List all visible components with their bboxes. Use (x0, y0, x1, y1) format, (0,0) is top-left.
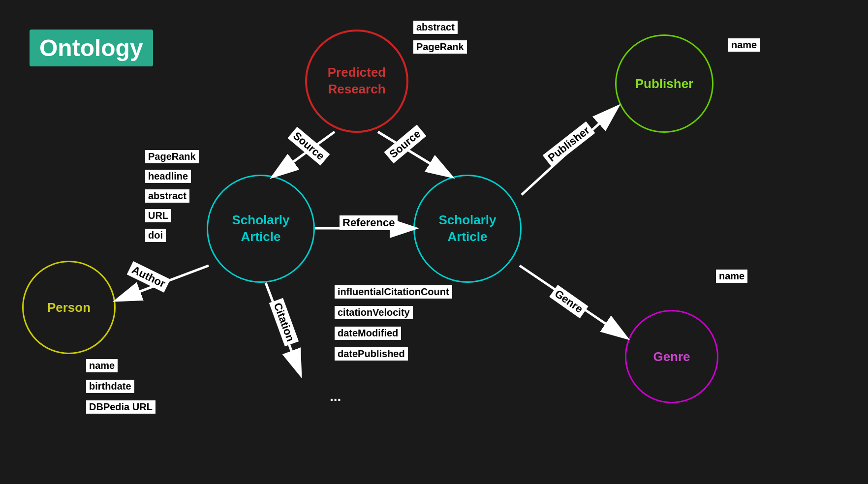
prop-date-published: datePublished (335, 347, 408, 361)
prop-pagerank-left: PageRank (145, 150, 199, 163)
ellipsis: ... (330, 389, 341, 404)
source-left-label: Source (287, 127, 330, 166)
person-node: Person (22, 261, 116, 354)
prop-publisher-name: name (728, 38, 760, 52)
publisher-node: Publisher (615, 34, 713, 133)
publisher-label: Publisher (635, 76, 693, 91)
scholarly-article-left-label: ScholarlyArticle (232, 212, 289, 245)
prop-url: URL (145, 209, 171, 222)
reference-label: Reference (340, 215, 398, 230)
ontology-title: Ontology (30, 30, 153, 66)
prop-influential-citation-count: influentialCitationCount (335, 285, 452, 299)
prop-pagerank-predicted: PageRank (413, 40, 467, 54)
prop-abstract-left: abstract (145, 189, 189, 203)
prop-citation-velocity: citationVelocity (335, 306, 413, 319)
scholarly-article-right-label: ScholarlyArticle (438, 212, 496, 245)
scholarly-article-left-node: ScholarlyArticle (207, 175, 315, 283)
predicted-research-label: PredictedResearch (328, 64, 386, 98)
predicted-research-node: PredictedResearch (305, 30, 408, 133)
source-right-label: Source (384, 125, 426, 164)
prop-date-modified: dateModified (335, 327, 401, 340)
prop-doi: doi (145, 229, 166, 242)
publisher-rel-label: Publisher (543, 121, 595, 167)
genre-rel-label: Genre (549, 285, 588, 318)
genre-label: Genre (653, 349, 690, 364)
prop-birthdate: birthdate (86, 380, 134, 393)
prop-person-name: name (86, 359, 118, 372)
prop-headline: headline (145, 170, 191, 183)
prop-dbpedia-url: DBPedia URL (86, 400, 155, 414)
genre-node: Genre (625, 310, 718, 403)
ontology-title-text: Ontology (39, 35, 143, 61)
prop-abstract: abstract (413, 21, 458, 34)
person-label: Person (47, 300, 91, 315)
scholarly-article-right-node: ScholarlyArticle (413, 175, 522, 283)
prop-genre-name: name (716, 270, 747, 283)
citation-label: Citation (269, 298, 299, 346)
author-label: Author (127, 261, 171, 293)
